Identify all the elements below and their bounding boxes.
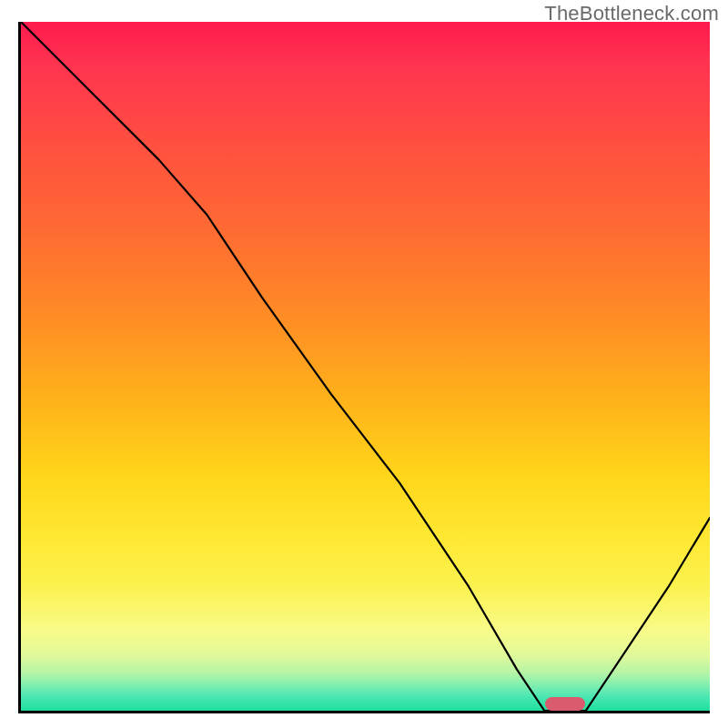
chart-container: TheBottleneck.com: [0, 0, 728, 728]
plot-area: [18, 22, 710, 713]
watermark-text: TheBottleneck.com: [544, 2, 719, 25]
bottleneck-curve: [21, 22, 710, 711]
optimal-point-marker: [545, 697, 585, 711]
